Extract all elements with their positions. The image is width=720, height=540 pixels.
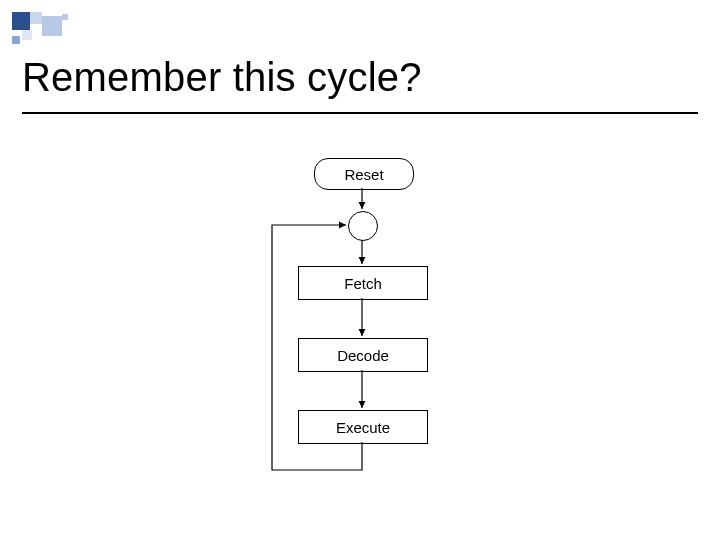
node-decode: Decode: [298, 338, 428, 372]
decor-square: [12, 12, 30, 30]
slide-corner-decoration: [12, 12, 132, 46]
node-reset: Reset: [314, 158, 414, 190]
node-label: Execute: [336, 419, 390, 436]
page-title: Remember this cycle?: [22, 55, 422, 100]
node-label: Decode: [337, 347, 389, 364]
flow-arrows: [0, 140, 720, 520]
node-label: Reset: [344, 166, 383, 183]
decor-square: [12, 36, 20, 44]
decor-square: [42, 16, 62, 36]
cycle-diagram: Reset Fetch Decode Execute: [0, 140, 720, 520]
node-fetch: Fetch: [298, 266, 428, 300]
decor-square: [30, 12, 42, 24]
node-execute: Execute: [298, 410, 428, 444]
node-label: Fetch: [344, 275, 382, 292]
junction-node: [348, 211, 378, 241]
title-underline: [22, 112, 698, 114]
decor-square: [62, 14, 68, 20]
decor-square: [22, 30, 32, 40]
